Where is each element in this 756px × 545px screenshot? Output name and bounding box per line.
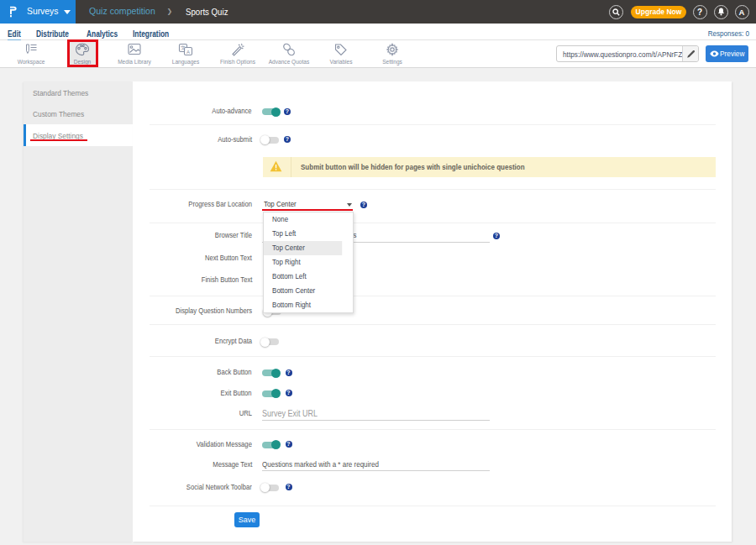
svg-text:A: A (186, 50, 190, 55)
svg-text:文: 文 (181, 45, 186, 50)
